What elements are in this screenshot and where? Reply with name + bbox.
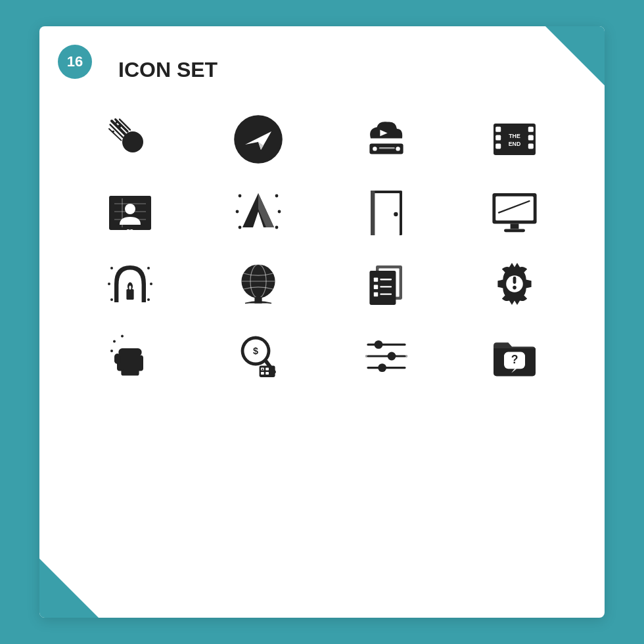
film-end-icon-cell: THE END (457, 113, 572, 166)
svg-point-97 (387, 352, 396, 361)
door-icon (360, 185, 413, 238)
svg-point-6 (118, 125, 121, 128)
meteor-icon (104, 113, 156, 166)
corner-decoration-bottom (39, 559, 99, 618)
svg-point-38 (275, 226, 278, 229)
svg-point-44 (394, 212, 398, 216)
icon-count-badge: 16 (58, 45, 92, 79)
svg-point-95 (374, 340, 382, 349)
monitor-icon-cell (457, 185, 572, 238)
meteor-icon-cell (72, 113, 187, 166)
svg-point-14 (373, 147, 377, 150)
svg-point-33 (238, 195, 241, 198)
svg-rect-47 (495, 196, 534, 221)
svg-text:END: END (508, 141, 520, 147)
svg-text:?: ? (511, 353, 518, 366)
svg-rect-89 (265, 368, 269, 371)
svg-point-36 (277, 210, 281, 214)
svg-rect-87 (259, 365, 275, 377)
svg-point-76 (113, 340, 116, 343)
svg-point-53 (108, 283, 110, 285)
svg-point-31 (125, 204, 135, 214)
svg-rect-66 (369, 271, 396, 305)
svg-rect-23 (528, 143, 533, 149)
help-folder-icon: ? (488, 330, 541, 382)
svg-point-75 (513, 286, 517, 290)
gear-warning-icon (488, 258, 541, 310)
svg-rect-91 (265, 372, 269, 375)
svg-rect-50 (504, 229, 525, 232)
candle-arch-icon (104, 258, 156, 310)
equalizer-icon (360, 330, 413, 382)
main-card: 16 ICON SET (39, 26, 605, 618)
global-mind-icon-cell (200, 258, 315, 310)
svg-rect-69 (373, 285, 377, 289)
svg-text:THE: THE (509, 133, 520, 139)
svg-rect-90 (261, 372, 264, 375)
svg-rect-68 (380, 279, 392, 280)
svg-point-8 (115, 122, 117, 124)
svg-point-35 (235, 210, 239, 214)
svg-rect-70 (380, 286, 392, 287)
document-list-icon (360, 258, 413, 310)
svg-rect-67 (373, 277, 377, 281)
send-icon-cell (200, 113, 315, 166)
svg-point-99 (378, 363, 386, 372)
svg-point-59 (129, 285, 131, 289)
svg-point-78 (110, 350, 113, 352)
svg-rect-20 (495, 143, 501, 149)
help-folder-icon-cell: ? (457, 330, 572, 382)
svg-point-37 (238, 226, 241, 229)
candle-arch-icon-cell (72, 258, 187, 310)
svg-point-16 (396, 147, 400, 150)
svg-rect-19 (495, 135, 501, 141)
door-icon-cell (329, 185, 444, 238)
svg-rect-45 (371, 191, 375, 235)
svg-point-77 (121, 335, 124, 338)
svg-point-7 (112, 130, 114, 132)
svg-point-100 (365, 355, 367, 357)
svg-rect-72 (380, 293, 392, 294)
fist-icon (104, 330, 156, 382)
svg-rect-79 (118, 348, 141, 356)
tent-icon (232, 185, 285, 238)
svg-rect-71 (373, 292, 377, 296)
fist-icon-cell (72, 330, 187, 382)
svg-rect-81 (114, 354, 121, 364)
svg-text:BD: BD (126, 228, 133, 234)
svg-rect-82 (121, 369, 139, 376)
icon-grid: THE END BD (72, 113, 572, 382)
page-title: ICON SET (118, 53, 572, 87)
svg-point-51 (110, 267, 113, 269)
cloud-video-icon (360, 113, 413, 166)
gear-warning-icon-cell (457, 258, 572, 310)
global-mind-icon (232, 258, 285, 310)
send-icon (232, 113, 285, 166)
svg-point-34 (275, 195, 278, 198)
blueprint-person-icon-cell: BD (72, 185, 187, 238)
equalizer-icon-cell (329, 330, 444, 382)
finance-search-icon: $ (232, 330, 285, 382)
blueprint-person-icon: BD (104, 185, 156, 238)
finance-search-icon-cell: $ (200, 330, 315, 382)
svg-rect-15 (379, 147, 394, 149)
svg-rect-49 (510, 223, 518, 229)
svg-rect-80 (117, 355, 143, 371)
tent-icon-cell (200, 185, 315, 238)
svg-point-52 (147, 267, 150, 269)
svg-rect-22 (528, 135, 533, 141)
document-list-icon-cell (329, 258, 444, 310)
badge-number: 16 (67, 53, 83, 70)
svg-rect-21 (528, 127, 533, 132)
cloud-video-icon-cell (329, 113, 444, 166)
svg-point-56 (147, 298, 150, 301)
monitor-icon (488, 185, 541, 238)
svg-point-54 (150, 283, 152, 285)
film-end-icon: THE END (488, 113, 541, 166)
svg-rect-74 (513, 277, 516, 284)
svg-point-55 (110, 298, 113, 301)
svg-text:$: $ (252, 346, 258, 356)
svg-rect-18 (495, 127, 501, 132)
svg-point-101 (405, 355, 407, 357)
